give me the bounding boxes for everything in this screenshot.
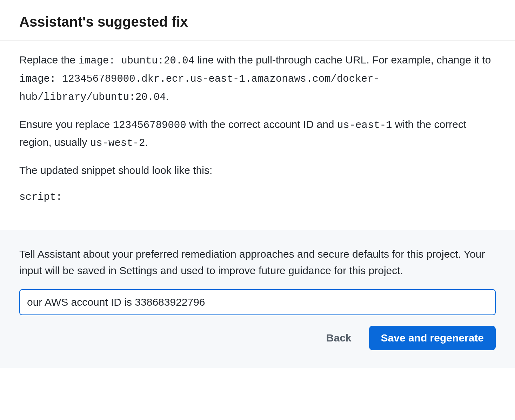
feedback-input-wrap (19, 289, 496, 315)
inline-code: us-east-1 (337, 120, 392, 131)
inline-code: image: ubuntu:20.04 (78, 55, 194, 67)
feedback-prompt: Tell Assistant about your preferred reme… (19, 246, 496, 279)
text-fragment: . (145, 136, 148, 148)
fix-paragraph-1: Replace the image: ubuntu:20.04 line wit… (19, 51, 496, 106)
feedback-input[interactable] (19, 289, 496, 315)
panel-title: Assistant's suggested fix (19, 14, 496, 30)
code-block: script: (19, 189, 496, 206)
feedback-footer: Tell Assistant about your preferred reme… (0, 230, 515, 368)
back-button[interactable]: Back (323, 327, 355, 349)
inline-code: 123456789000 (113, 120, 186, 131)
inline-code: image: 123456789000.dkr.ecr.us-east-1.am… (19, 73, 380, 103)
action-row: Back Save and regenerate (19, 326, 496, 350)
fix-paragraph-3: The updated snippet should look like thi… (19, 162, 496, 179)
suggested-fix-panel: Assistant's suggested fix Replace the im… (0, 0, 515, 420)
text-fragment: Ensure you replace (19, 118, 113, 130)
panel-header: Assistant's suggested fix (0, 0, 515, 41)
text-fragment: with the correct account ID and (186, 118, 337, 130)
text-fragment: Replace the (19, 54, 78, 66)
fix-content: Replace the image: ubuntu:20.04 line wit… (0, 41, 515, 230)
text-fragment: line with the pull-through cache URL. Fo… (194, 54, 491, 66)
fix-paragraph-2: Ensure you replace 123456789000 with the… (19, 116, 496, 152)
inline-code: us-west-2 (90, 137, 145, 149)
text-fragment: . (166, 90, 169, 102)
save-regenerate-button[interactable]: Save and regenerate (369, 326, 496, 350)
